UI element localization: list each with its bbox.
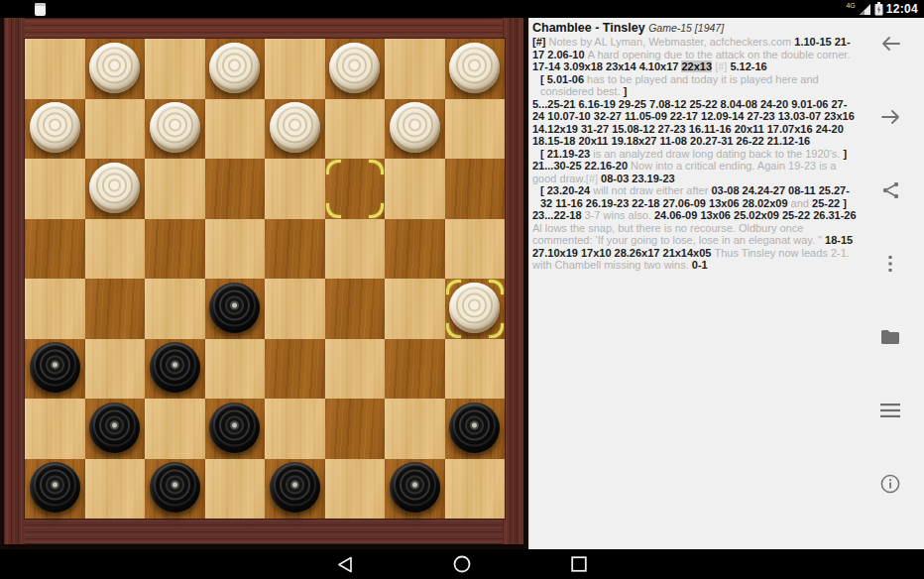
info-button[interactable]: [880, 474, 900, 494]
checker-white[interactable]: [390, 102, 440, 153]
board-square[interactable]: [145, 459, 205, 520]
board-square[interactable]: [265, 339, 325, 400]
checker-white[interactable]: [89, 43, 140, 93]
checker-black[interactable]: [390, 462, 440, 513]
board-square[interactable]: [385, 459, 445, 520]
checker-black[interactable]: [449, 403, 500, 453]
nav-home-button[interactable]: [453, 555, 471, 573]
move-text[interactable]: ]: [624, 85, 628, 97]
move-text[interactable]: [ 23.20-24: [540, 184, 593, 196]
move-text[interactable]: 5.12-16: [727, 60, 766, 72]
game-list-button[interactable]: [880, 401, 900, 420]
nav-recents-button[interactable]: [570, 555, 588, 573]
board-square[interactable]: [25, 459, 85, 520]
checker-white[interactable]: [329, 43, 380, 93]
checker-white[interactable]: [209, 43, 260, 93]
board-square[interactable]: [385, 399, 445, 459]
board-square[interactable]: [85, 399, 146, 459]
board-square[interactable]: [265, 219, 325, 280]
checker-black[interactable]: [209, 403, 260, 453]
board-square[interactable]: [385, 339, 445, 400]
board-square[interactable]: [445, 339, 506, 400]
checker-white[interactable]: [150, 102, 200, 153]
board-square[interactable]: [205, 219, 266, 280]
share-button[interactable]: [880, 180, 900, 200]
board-square[interactable]: [205, 459, 266, 520]
board-square[interactable]: [445, 399, 506, 459]
checker-white[interactable]: [449, 43, 500, 93]
checker-black[interactable]: [150, 342, 200, 393]
checker-white[interactable]: [30, 102, 80, 153]
board-square[interactable]: [25, 39, 85, 99]
board-square[interactable]: [265, 39, 325, 99]
board-square[interactable]: [205, 39, 266, 99]
checker-black[interactable]: [30, 342, 80, 393]
board-square[interactable]: [265, 279, 325, 339]
board-square[interactable]: [85, 339, 146, 400]
move-text[interactable]: 21...30-25 22.16-20: [532, 160, 631, 172]
checker-white[interactable]: [89, 163, 140, 213]
board-square[interactable]: [25, 99, 85, 160]
board-square[interactable]: [85, 219, 146, 280]
board-square[interactable]: [25, 279, 85, 339]
checker-white[interactable]: [449, 283, 500, 333]
checker-black[interactable]: [30, 462, 80, 513]
move-text[interactable]: 0-1: [692, 259, 708, 271]
more-options-button[interactable]: [880, 254, 900, 274]
board-square[interactable]: [325, 459, 386, 520]
board-square[interactable]: [325, 159, 386, 219]
board-square[interactable]: [85, 159, 146, 219]
board-square[interactable]: [25, 339, 85, 400]
back-move-button[interactable]: [880, 34, 900, 54]
board-square[interactable]: [445, 219, 506, 280]
board-square[interactable]: [85, 459, 146, 520]
board-square[interactable]: [445, 159, 506, 219]
board-square[interactable]: [325, 219, 386, 280]
board-square[interactable]: [145, 219, 205, 280]
board-square[interactable]: [325, 39, 386, 99]
board-square[interactable]: [265, 399, 325, 459]
nav-back-button[interactable]: [336, 555, 354, 573]
board-square[interactable]: [445, 459, 506, 520]
checker-black[interactable]: [209, 283, 260, 333]
checker-white[interactable]: [270, 102, 320, 153]
move-text[interactable]: [#]: [532, 36, 549, 48]
checker-black[interactable]: [150, 462, 200, 513]
board-square[interactable]: [445, 279, 506, 339]
board-square[interactable]: [205, 279, 266, 339]
board-square[interactable]: [205, 339, 266, 400]
forward-move-button[interactable]: [880, 107, 900, 127]
board-square[interactable]: [205, 159, 266, 219]
open-file-button[interactable]: [880, 327, 900, 347]
board-square[interactable]: [85, 39, 146, 99]
board-square[interactable]: [385, 99, 445, 160]
board-square[interactable]: [445, 99, 506, 160]
board-square[interactable]: [145, 99, 205, 160]
board-square[interactable]: [385, 219, 445, 280]
move-text[interactable]: 23...22-18: [532, 209, 585, 221]
board-square[interactable]: [325, 399, 386, 459]
move-text[interactable]: 25-22 ]: [812, 197, 847, 209]
board-square[interactable]: [385, 159, 445, 219]
move-text[interactable]: 17-14 3.09x18 23x14 4.10x17: [532, 60, 681, 72]
board-square[interactable]: [265, 159, 325, 219]
board-square[interactable]: [145, 159, 205, 219]
board-square[interactable]: [85, 99, 146, 160]
board-square[interactable]: [325, 99, 386, 160]
move-text[interactable]: 08-03 23.19-23: [598, 173, 675, 184]
board-square[interactable]: [325, 339, 386, 400]
checker-black[interactable]: [89, 403, 140, 453]
board-square[interactable]: [145, 279, 205, 339]
board-square[interactable]: [145, 399, 205, 459]
board-square[interactable]: [85, 279, 146, 339]
board-square[interactable]: [25, 399, 85, 459]
board-square[interactable]: [325, 279, 386, 339]
selected-move[interactable]: 22x13: [681, 60, 712, 72]
move-text[interactable]: 24.06-09 13x06 25.02x09 25-22 26.31-26: [654, 209, 857, 221]
board-square[interactable]: [145, 339, 205, 400]
board-square[interactable]: [25, 219, 85, 280]
board-square[interactable]: [265, 99, 325, 160]
board-square[interactable]: [205, 399, 266, 459]
board-square[interactable]: [265, 459, 325, 520]
checker-black[interactable]: [270, 462, 320, 513]
